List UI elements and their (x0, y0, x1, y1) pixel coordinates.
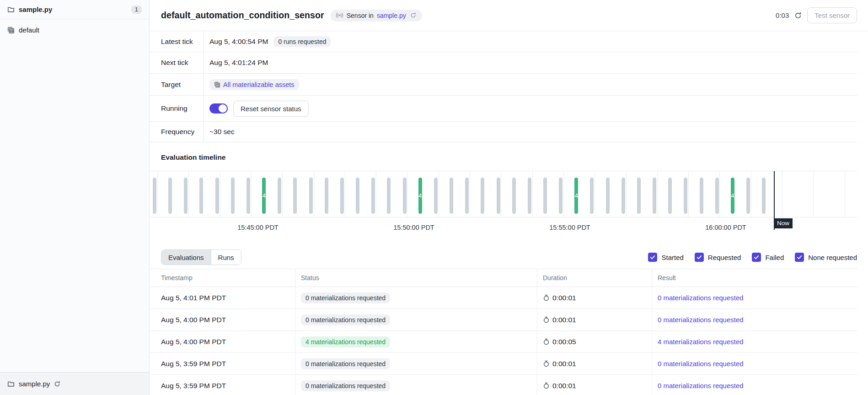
property-label: Next tick (150, 52, 204, 73)
timeline-tick-bar[interactable] (668, 178, 672, 214)
timeline-tick-bar[interactable] (700, 178, 703, 214)
result-link[interactable]: 0 materializations requested (658, 294, 744, 302)
status-badge: 0 materializations requested (301, 358, 390, 369)
timeline-tick-bar-requested[interactable]: 4 (418, 178, 422, 214)
page-header: default_automation_condition_sensor Sens… (150, 0, 868, 31)
timeline-tick-bar[interactable] (528, 178, 531, 214)
timeline-tick-bar[interactable] (481, 178, 484, 214)
timeline-gridline (314, 171, 314, 217)
timeline-tick-bar[interactable] (403, 178, 407, 214)
reset-sensor-status-button[interactable]: Reset sensor status (233, 101, 309, 117)
timeline-tick-bar[interactable] (325, 178, 328, 214)
result-link[interactable]: 0 materializations requested (658, 382, 744, 390)
timeline-tick-bar[interactable] (387, 178, 391, 214)
duration-value: 0:00:05 (552, 338, 576, 346)
timeline-gridline (751, 171, 751, 217)
tab-evaluations[interactable]: Evaluations (161, 250, 211, 265)
reload-icon[interactable] (54, 381, 60, 387)
timeline-gridline (407, 171, 407, 217)
target-assets-link[interactable]: All materializable assets (223, 81, 295, 88)
result-link[interactable]: 0 materializations requested (658, 316, 744, 324)
timeline-gridline (282, 171, 283, 217)
property-row-next-tick: Next tick Aug 5, 4:01:24 PM (150, 52, 857, 74)
result-link[interactable]: 0 materializations requested (658, 360, 744, 368)
timeline-tick-bar[interactable] (606, 178, 610, 214)
checkbox-checked[interactable] (752, 253, 761, 262)
status-badge: 0 materializations requested (301, 314, 390, 325)
timeline-tick-bar[interactable] (340, 178, 344, 214)
timeline-tick-bar-requested[interactable]: 4 (731, 178, 734, 214)
timeline-tick-bar[interactable] (543, 178, 547, 214)
table-row[interactable]: Aug 5, 4:00 PM PDT 4 materializations re… (150, 331, 857, 353)
checkbox-checked[interactable] (795, 253, 804, 262)
dagster-sensor-page: sample.py 1 default sample.py default_au… (0, 0, 868, 395)
column-header-result: Result (652, 269, 857, 287)
sidebar-item-default[interactable]: default (0, 19, 149, 41)
timeline-tick-bar[interactable] (278, 178, 281, 214)
timeline-tick-bar[interactable] (622, 178, 625, 214)
timeline-tick-bar[interactable] (168, 178, 172, 214)
timeline-gridline (719, 171, 720, 217)
timeline-gridline (188, 171, 189, 217)
filter-option: Failed (752, 253, 784, 262)
refresh-countdown: 0:03 (776, 11, 789, 19)
running-toggle[interactable] (209, 103, 228, 114)
result-link[interactable]: 4 materializations requested (658, 338, 744, 346)
reload-icon[interactable] (409, 12, 417, 18)
timeline-tick-bar[interactable] (762, 178, 766, 214)
asset-group-icon (214, 81, 220, 88)
timeline-tick-bar-requested[interactable]: 4 (262, 178, 266, 214)
frequency-value: ~30 sec (209, 128, 235, 136)
property-row-target: Target All materializable assets (150, 74, 857, 96)
timeline-tick-bar[interactable] (559, 178, 563, 214)
timeline-tick-bar[interactable] (465, 178, 469, 214)
folder-icon (7, 6, 15, 13)
sensor-file-link[interactable]: sample.py (377, 12, 406, 19)
timeline-tick-bar[interactable] (309, 178, 313, 214)
timeline-tick-bar[interactable] (590, 178, 594, 214)
timeline-tick-bar[interactable] (434, 178, 438, 214)
timeline-tick-bar-requested[interactable]: 4 (574, 178, 578, 214)
timeline-tick-bar[interactable] (246, 178, 250, 214)
sidebar-count-badge: 1 (131, 5, 142, 14)
filter-option: Started (648, 253, 683, 262)
timeline-gridline (501, 171, 501, 217)
timeline-tick-bar[interactable] (184, 178, 188, 214)
timeline-tick-bar[interactable] (746, 178, 750, 214)
filter-label: Failed (765, 254, 784, 261)
timeline-tick-bar[interactable] (199, 178, 203, 214)
timeline-tick-bar[interactable] (215, 178, 219, 214)
timeline-tick-bar[interactable] (637, 178, 641, 214)
timeline-tick-bar[interactable] (371, 178, 375, 214)
refresh-icon[interactable] (794, 12, 802, 19)
filter-option: None requested (795, 253, 857, 262)
filter-label: Started (661, 254, 683, 261)
timeline-gridline (220, 171, 220, 217)
timeline-tick-bar[interactable] (653, 178, 656, 214)
checkbox-checked[interactable] (648, 253, 657, 262)
table-row[interactable]: Aug 5, 3:59 PM PDT 0 materializations re… (150, 353, 857, 375)
table-row[interactable]: Aug 5, 4:00 PM PDT 0 materializations re… (150, 309, 857, 331)
main-content: default_automation_condition_sensor Sens… (150, 0, 868, 395)
timeline-tick-bar[interactable] (356, 178, 359, 214)
sidebar-module-header[interactable]: sample.py 1 (0, 0, 149, 19)
column-header-duration: Duration (537, 269, 652, 287)
stopwatch-icon (543, 316, 550, 323)
property-row-running: Running Reset sensor status (150, 96, 857, 122)
table-row[interactable]: Aug 5, 3:59 PM PDT 0 materializations re… (150, 375, 857, 395)
timeline-tick-bar[interactable] (293, 178, 297, 214)
timeline-tick-bar[interactable] (715, 178, 719, 214)
timeline-tick-bar[interactable] (231, 178, 235, 214)
timeline-tick-bar[interactable] (153, 178, 156, 214)
status-badge: 0 materializations requested (301, 292, 390, 303)
timeline-tick-bar[interactable] (684, 178, 687, 214)
checkbox-checked[interactable] (695, 253, 704, 262)
timeline-tick-bar[interactable] (512, 178, 516, 214)
test-sensor-button[interactable]: Test sensor (807, 7, 857, 23)
timeline-tick-bar[interactable] (497, 178, 500, 214)
timeline-gridline (532, 171, 533, 217)
property-label: Target (150, 74, 204, 95)
table-row[interactable]: Aug 5, 4:01 PM PDT 0 materializations re… (150, 287, 857, 309)
timeline-tick-bar[interactable] (450, 178, 453, 214)
tab-runs[interactable]: Runs (211, 250, 241, 265)
